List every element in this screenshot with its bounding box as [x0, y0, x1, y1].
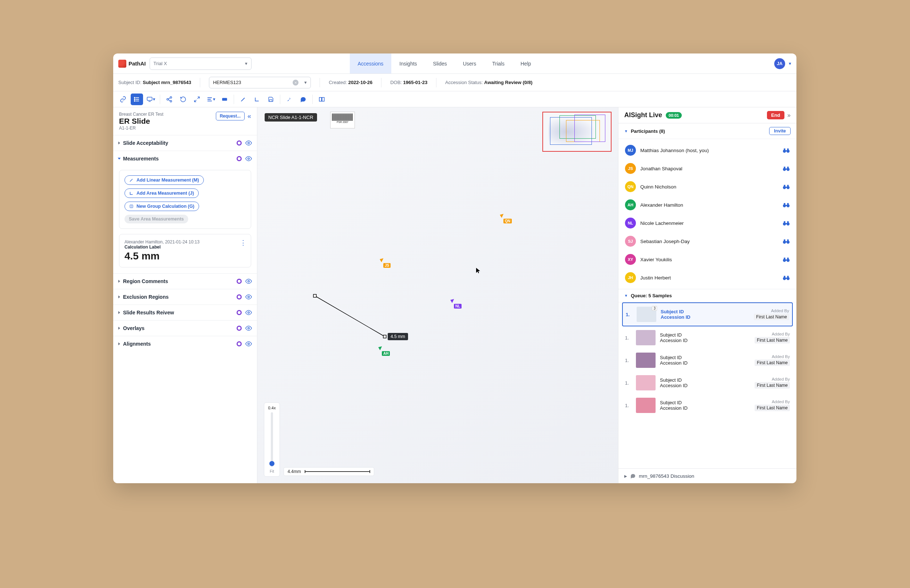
section-overlays[interactable]: Overlays: [113, 320, 257, 336]
collapse-panel-icon[interactable]: «: [247, 112, 251, 120]
highlighter-icon[interactable]: [283, 94, 296, 105]
invite-button[interactable]: Invite: [769, 127, 790, 135]
keyboard-icon[interactable]: [218, 94, 231, 105]
queue-number: 1.: [625, 358, 632, 363]
queue-badge: 3: [652, 306, 657, 311]
queue-header[interactable]: ▼ Queue: 5 Samples: [618, 289, 797, 302]
comment-icon[interactable]: [297, 94, 309, 105]
slide-viewer[interactable]: NCR Slide A1-1-NCR PSR 2007 4.5 mm JSQNN…: [257, 107, 618, 483]
participant-row[interactable]: AHAlexander Hamilton: [622, 196, 793, 214]
clear-icon[interactable]: ×: [293, 80, 299, 86]
list-icon[interactable]: [131, 94, 143, 105]
queue-meta: Added ByFirst Last Name: [754, 309, 789, 320]
compare-icon[interactable]: [315, 94, 328, 105]
section-exclusion[interactable]: Exclusion Regions: [113, 289, 257, 305]
eye-icon[interactable]: [245, 278, 252, 284]
eye-icon[interactable]: [245, 309, 252, 316]
request-button[interactable]: Request...: [216, 112, 245, 120]
participant-name: Justin Herbert: [640, 275, 778, 281]
eye-icon[interactable]: [245, 155, 252, 162]
discussion-section[interactable]: ▶ mrn_9876543 Discussion: [618, 468, 797, 483]
eye-icon[interactable]: [245, 325, 252, 331]
zoom-slider[interactable]: [271, 412, 273, 467]
svg-point-26: [248, 281, 250, 283]
queue-label: Queue: 5 Samples: [631, 293, 672, 298]
fullscreen-icon[interactable]: [191, 94, 203, 105]
add-linear-button[interactable]: Add Linear Measurement (M): [124, 175, 204, 185]
section-measurements[interactable]: Measurements: [113, 151, 257, 166]
rotate-icon[interactable]: [177, 94, 189, 105]
share-icon[interactable]: [163, 94, 175, 105]
nav-tab-trials[interactable]: Trials: [484, 53, 512, 73]
kebab-icon[interactable]: ⋮: [240, 239, 246, 247]
nav-tab-users[interactable]: Users: [455, 53, 485, 73]
ruler-icon[interactable]: [251, 94, 263, 105]
end-button[interactable]: End: [767, 111, 785, 120]
nav-tab-help[interactable]: Help: [512, 53, 539, 73]
queue-row[interactable]: 1.Subject IDAccession IDAdded ByFirst La…: [622, 394, 793, 417]
participant-avatar: AH: [625, 199, 636, 210]
participant-row[interactable]: JHJustin Herbert: [622, 268, 793, 287]
queue-row[interactable]: 1.Subject IDAccession IDAdded ByFirst La…: [622, 349, 793, 372]
section-acceptability[interactable]: Slide Acceptability: [113, 135, 257, 151]
nav-tab-slides[interactable]: Slides: [425, 53, 455, 73]
status-value: Awaiting Review (0/8): [484, 80, 533, 85]
queue-row[interactable]: 1.Subject IDAccession IDAdded ByFirst La…: [622, 326, 793, 349]
accession-value: HERMES123: [213, 80, 241, 85]
cursor-icon: [476, 267, 481, 274]
created-label: Created:: [329, 80, 347, 85]
binoculars-icon[interactable]: [782, 238, 790, 244]
new-group-button[interactable]: New Group Calculation (G): [124, 202, 199, 211]
queue-row[interactable]: 1.3Subject IDAccession IDAdded ByFirst L…: [622, 302, 793, 326]
chevron-right-icon: [118, 142, 120, 144]
pen-icon[interactable]: [237, 94, 249, 105]
zoom-fit[interactable]: Fit: [266, 469, 278, 473]
section-region-comments[interactable]: Region Comments: [113, 273, 257, 289]
section-results-review[interactable]: Slide Results Reivew: [113, 305, 257, 320]
add-area-button[interactable]: Add Area Measurement (J): [124, 189, 199, 198]
binoculars-icon[interactable]: [782, 275, 790, 281]
zoom-control[interactable]: 0.4x Fit: [264, 402, 280, 477]
queue-row[interactable]: 1.Subject IDAccession IDAdded ByFirst La…: [622, 372, 793, 394]
chevron-down-icon[interactable]: ▾: [789, 61, 791, 66]
divider: [436, 78, 436, 87]
binoculars-icon[interactable]: [782, 257, 790, 262]
trial-selector[interactable]: Trial X ▾: [150, 58, 252, 70]
participant-row[interactable]: QNQuinn Nicholson: [622, 178, 793, 196]
save-icon[interactable]: [265, 94, 277, 105]
minimap[interactable]: [542, 112, 611, 152]
accession-selector[interactable]: HERMES123 × ▾: [209, 77, 311, 89]
zoom-handle[interactable]: [269, 461, 275, 466]
user-avatar[interactable]: JA: [774, 58, 785, 69]
svg-rect-48: [787, 185, 789, 186]
live-timer: 00:01: [666, 112, 682, 119]
binoculars-icon[interactable]: [782, 220, 790, 226]
eye-icon[interactable]: [245, 341, 252, 347]
participant-row[interactable]: SJSebastian Joseph-Day: [622, 232, 793, 250]
nav-tab-accessions[interactable]: Accessions: [350, 53, 392, 73]
participant-row[interactable]: XYXavier Youkilis: [622, 250, 793, 268]
binoculars-icon[interactable]: [782, 184, 790, 189]
section-alignments[interactable]: Alignments: [113, 336, 257, 352]
participant-row[interactable]: MJMatthias Johannson (host, you): [622, 141, 793, 159]
binoculars-icon[interactable]: [782, 202, 790, 208]
align-icon[interactable]: ▾: [205, 94, 217, 105]
svg-rect-68: [787, 258, 789, 259]
brand-logo[interactable]: PathAI: [118, 60, 146, 68]
subject-label: Subject ID:: [118, 80, 142, 85]
binoculars-icon[interactable]: [782, 147, 790, 153]
eye-icon[interactable]: [245, 294, 252, 300]
queue-subject: Subject ID: [660, 332, 750, 338]
nav-tab-insights[interactable]: Insights: [391, 53, 425, 73]
participants-header[interactable]: ▼ Participants (8) Invite: [618, 123, 797, 139]
live-header: AISight Live 00:01 End »: [618, 107, 797, 123]
binoculars-icon[interactable]: [782, 166, 790, 171]
expand-panel-icon[interactable]: »: [787, 112, 790, 119]
participant-row[interactable]: JSJonathan Shapoval: [622, 159, 793, 178]
live-title: AISight Live: [624, 111, 662, 119]
monitor-icon[interactable]: ▾: [144, 94, 157, 105]
svg-point-22: [248, 158, 250, 160]
participant-row[interactable]: NLNicole Lachenmeier: [622, 214, 793, 232]
link-icon[interactable]: [117, 94, 129, 105]
eye-icon[interactable]: [245, 140, 252, 146]
